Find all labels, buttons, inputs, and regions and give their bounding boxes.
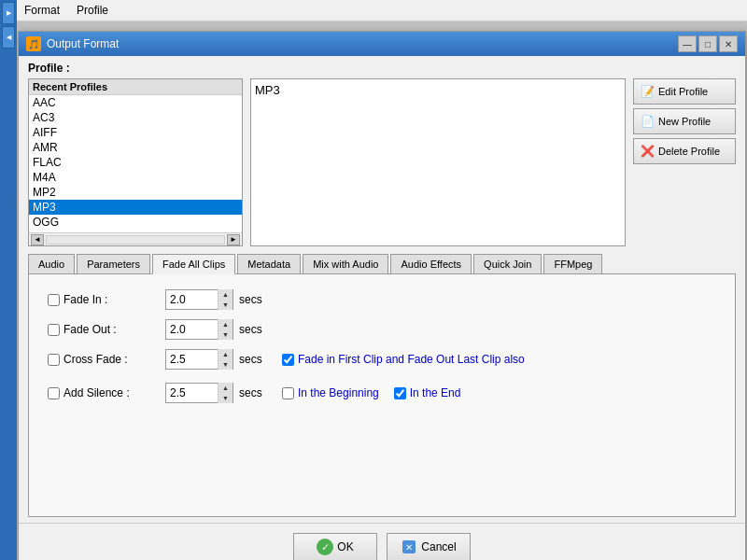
tab-mix-with-audio[interactable]: Mix with Audio <box>303 254 388 273</box>
fade-in-input-wrap: ▲ ▼ <box>165 289 233 310</box>
output-format-window: 🎵 Output Format — □ ✕ Profile : Recent P… <box>18 31 746 560</box>
format-display: MP3 <box>250 78 626 246</box>
delete-icon: ❌ <box>640 144 655 159</box>
close-btn[interactable]: ✕ <box>719 35 738 52</box>
minimize-btn[interactable]: — <box>678 35 697 52</box>
profile-item-aac[interactable]: AAC <box>29 95 242 110</box>
cross-fade-text: Cross Fade : <box>63 353 128 366</box>
fade-in-spin: ▲ ▼ <box>218 289 233 310</box>
tab-metadata[interactable]: Metadata <box>237 254 301 273</box>
fade-out-up[interactable]: ▲ <box>218 319 233 329</box>
profile-list-header: Recent Profiles <box>29 79 242 95</box>
cancel-label: Cancel <box>421 540 456 553</box>
scroll-track <box>46 235 225 245</box>
profile-item-ac3[interactable]: AC3 <box>29 110 242 125</box>
tab-quick-join[interactable]: Quick Join <box>473 254 542 273</box>
profile-item-mp2[interactable]: MP2 <box>29 185 242 200</box>
fade-in-label: Fade In : <box>48 293 160 306</box>
cancel-button[interactable]: ✕ Cancel <box>387 533 471 560</box>
new-profile-button[interactable]: 📄 New Profile <box>633 108 736 134</box>
add-silence-checkbox[interactable] <box>48 387 60 399</box>
menu-profile[interactable]: Profile <box>73 2 112 19</box>
fade-first-last-checkbox[interactable] <box>282 354 294 366</box>
add-silence-up[interactable]: ▲ <box>218 383 233 393</box>
profile-section: Profile : Recent Profiles AAC AC3 AIFF A… <box>28 62 736 246</box>
tab-fade-all-clips[interactable]: Fade All Clips <box>152 254 235 274</box>
add-silence-input-wrap: ▲ ▼ <box>165 383 233 403</box>
fade-in-text: Fade In : <box>63 293 107 306</box>
delete-profile-button[interactable]: ❌ Delete Profile <box>633 138 736 164</box>
ok-button[interactable]: ✓ OK <box>293 533 377 560</box>
cross-fade-spin: ▲ ▼ <box>218 349 233 370</box>
fade-first-last-wrap: Fade in First Clip and Fade Out Last Cli… <box>282 353 525 366</box>
fade-all-clips-content: Fade In : ▲ ▼ secs Fade Ou <box>28 274 736 517</box>
add-silence-secs: secs <box>239 386 267 399</box>
fade-out-checkbox[interactable] <box>48 324 60 336</box>
fade-out-row: Fade Out : ▲ ▼ secs <box>48 319 716 340</box>
fade-in-checkbox[interactable] <box>48 294 60 306</box>
cancel-icon: ✕ <box>401 539 417 555</box>
add-silence-row: Add Silence : ▲ ▼ secs In the Beginni <box>48 383 716 403</box>
add-silence-down[interactable]: ▼ <box>218 393 233 403</box>
add-silence-input[interactable] <box>166 384 218 402</box>
cross-fade-up[interactable]: ▲ <box>218 349 233 359</box>
cross-fade-secs: secs <box>239 353 267 366</box>
profile-item-aiff[interactable]: AIFF <box>29 125 242 140</box>
fade-out-label: Fade Out : <box>48 323 160 336</box>
tab-ffmpeg[interactable]: FFMpeg <box>543 254 602 273</box>
cross-fade-input[interactable] <box>166 350 218 369</box>
cross-fade-row: Cross Fade : ▲ ▼ secs Fade in First Clip… <box>48 349 716 370</box>
sidebar-btn-2[interactable]: ◀ <box>2 26 15 49</box>
fade-in-secs: secs <box>239 293 267 306</box>
edit-profile-button[interactable]: 📝 Edit Profile <box>633 78 736 105</box>
top-menu: Format Profile <box>17 0 747 21</box>
ok-label: OK <box>337 540 353 553</box>
silence-position-group: In the Beginning In the End <box>282 386 460 399</box>
in-end-checkbox[interactable] <box>394 387 406 399</box>
left-sidebar: ▶ ◀ <box>0 0 17 560</box>
cross-fade-label: Cross Fade : <box>48 353 160 366</box>
fade-in-down[interactable]: ▼ <box>218 300 233 310</box>
profile-item-amr[interactable]: AMR <box>29 140 242 155</box>
add-silence-spin: ▲ ▼ <box>218 383 233 403</box>
profile-item-flac[interactable]: FLAC <box>29 155 242 170</box>
window-icon: 🎵 <box>26 36 41 51</box>
maximize-btn[interactable]: □ <box>698 35 717 52</box>
cross-fade-checkbox[interactable] <box>48 354 60 366</box>
fade-out-secs: secs <box>239 323 267 336</box>
profile-list-container: Recent Profiles AAC AC3 AIFF AMR FLAC M4… <box>28 78 243 246</box>
cross-fade-down[interactable]: ▼ <box>218 359 233 370</box>
tab-audio[interactable]: Audio <box>28 254 75 273</box>
tab-bar: Audio Parameters Fade All Clips Metadata… <box>28 252 736 274</box>
add-silence-label: Add Silence : <box>48 386 160 399</box>
edit-icon: 📝 <box>640 84 655 99</box>
svg-text:✕: ✕ <box>405 542 413 553</box>
fade-in-up[interactable]: ▲ <box>218 289 233 300</box>
profile-item-ogg[interactable]: OGG <box>29 215 242 230</box>
title-bar: 🎵 Output Format — □ ✕ <box>19 32 745 56</box>
fade-out-spin: ▲ ▼ <box>218 319 233 340</box>
scroll-left-btn[interactable]: ◄ <box>31 234 44 245</box>
profile-list-scroll[interactable]: AAC AC3 AIFF AMR FLAC M4A MP2 MP3 OGG <box>29 95 242 232</box>
horizontal-scrollbar: ◄ ► <box>29 232 242 245</box>
tab-parameters[interactable]: Parameters <box>77 254 150 273</box>
profile-item-m4a[interactable]: M4A <box>29 170 242 185</box>
new-icon: 📄 <box>640 114 655 129</box>
scroll-right-btn[interactable]: ► <box>227 234 240 245</box>
window-title: Output Format <box>47 37 119 50</box>
cross-fade-input-wrap: ▲ ▼ <box>165 349 233 370</box>
profile-item-mp3[interactable]: MP3 <box>29 200 242 215</box>
profile-buttons: 📝 Edit Profile 📄 New Profile ❌ Delete Pr… <box>633 78 736 246</box>
menu-format[interactable]: Format <box>21 2 63 19</box>
in-beginning-item: In the Beginning <box>282 386 379 399</box>
in-beginning-checkbox[interactable] <box>282 387 294 399</box>
tab-audio-effects[interactable]: Audio Effects <box>390 254 472 273</box>
sidebar-btn-1[interactable]: ▶ <box>2 2 15 24</box>
ok-icon: ✓ <box>317 539 333 555</box>
fade-out-text: Fade Out : <box>63 323 117 336</box>
fade-out-down[interactable]: ▼ <box>218 329 233 340</box>
fade-in-input[interactable] <box>166 290 218 309</box>
in-end-item: In the End <box>394 386 461 399</box>
fade-out-input[interactable] <box>166 320 218 339</box>
bottom-bar: ✓ OK ✕ Cancel <box>19 523 745 560</box>
